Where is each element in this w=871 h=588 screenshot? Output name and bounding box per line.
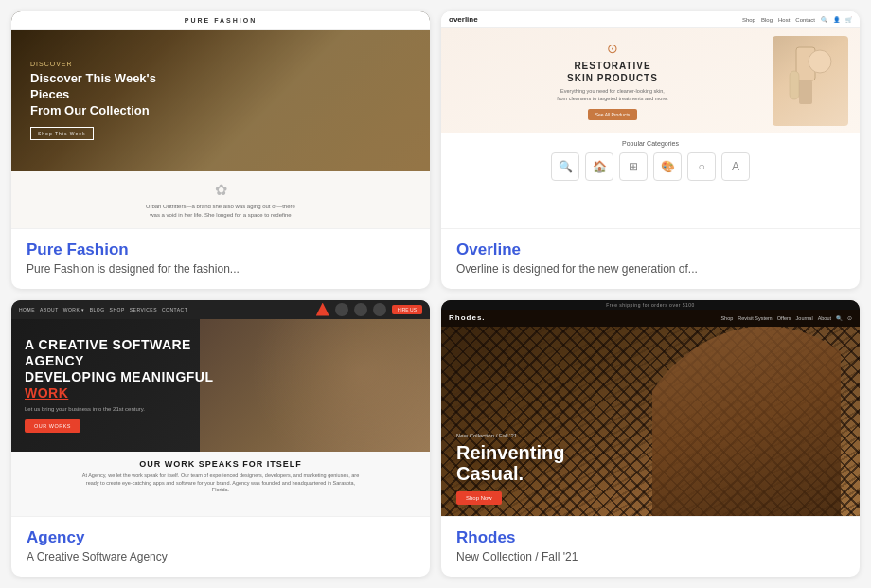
ol-hero-heading: RESTORATIVESKIN PRODUCTS [567, 60, 658, 84]
ag-nav-contact: CONTACT [162, 307, 187, 312]
ag-social-3[interactable] [373, 303, 386, 316]
ag-nav-links: HOME ABOUT WORK ▾ BLOG SHOP SERVICES CON… [19, 307, 307, 312]
ol-nav-shop: Shop [742, 17, 755, 23]
rh-nav-contact: About [818, 315, 831, 321]
ol-brand: overline [449, 15, 478, 24]
ag-hero: A CREATIVE SOFTWARE AGENCY DEVELOPING ME… [11, 319, 430, 453]
pf-title: Pure Fashion [27, 241, 415, 259]
pf-flower-icon: ✿ [215, 181, 227, 199]
ol-cat-art[interactable]: 🎨 [653, 152, 682, 181]
ag-card-info: Agency A Creative Software Agency [11, 516, 430, 577]
pf-second-section: ✿ Urban Outfitters—a brand she also was … [11, 171, 430, 228]
ol-cat-grid[interactable]: ⊞ [619, 152, 648, 181]
ag-heading-highlight: WORK [25, 385, 68, 401]
ol-desc: Overline is designed for the new generat… [456, 262, 844, 276]
rh-nav-shop: Shop [720, 315, 733, 321]
rh-search-icon[interactable]: 🔍 [836, 315, 843, 321]
pf-hero-text: DISCOVER Discover This Week's PiecesFrom… [30, 61, 182, 140]
ol-hero: ⊙ RESTORATIVESKIN PRODUCTS Everything yo… [441, 28, 860, 133]
ol-categories: Popular Categories 🔍 🏠 ⊞ 🎨 ○ A [441, 133, 860, 228]
ag-nav-right: HIRE US [335, 303, 422, 316]
rh-navbar: Rhodes. Shop Revisit System Offers Journ… [441, 310, 860, 327]
rh-title: Rhodes [456, 528, 844, 547]
ag-heading-line2: DEVELOPING MEANINGFUL [25, 369, 213, 384]
ag-nav-services: SERVICES [130, 307, 157, 312]
ol-nav-links: Shop Blog Host Contact 🔍 👤 🛒 [742, 16, 852, 23]
card-pure-fashion[interactable]: PURE FASHION DISCOVER Discover This Week… [11, 11, 430, 289]
ol-nav-contact: Contact [795, 17, 815, 23]
ag-desc: A Creative Software Agency [27, 550, 415, 563]
svg-rect-1 [799, 80, 812, 104]
ol-hero-desc: Everything you need for cleaner-looking … [556, 88, 669, 102]
ol-hero-text: ⊙ RESTORATIVESKIN PRODUCTS Everything yo… [453, 41, 773, 119]
card-agency[interactable]: HOME ABOUT WORK ▾ BLOG SHOP SERVICES CON… [11, 300, 430, 578]
ag-title: Agency [27, 528, 415, 547]
ol-card-info: Overline Overline is designed for the ne… [441, 228, 860, 289]
ol-hero-cta[interactable]: See All Products [588, 109, 638, 120]
ol-cat-title: Popular Categories [451, 140, 850, 147]
ol-cat-home[interactable]: 🏠 [585, 152, 613, 181]
pf-card-info: Pure Fashion Pure Fashion is designed fo… [11, 228, 430, 289]
ol-hero-image [773, 36, 848, 126]
ol-cat-text[interactable]: A [721, 152, 750, 181]
template-grid: PURE FASHION DISCOVER Discover This Week… [0, 0, 871, 588]
ag-nav-about: ABOUT [40, 307, 59, 312]
agency-preview: HOME ABOUT WORK ▾ BLOG SHOP SERVICES CON… [11, 300, 430, 517]
card-overline[interactable]: overline Shop Blog Host Contact 🔍 👤 🛒 ⊙ [441, 11, 860, 289]
pf-desc: Pure Fashion is designed for the fashion… [27, 262, 415, 276]
rh-nav-about: Revisit System [738, 315, 772, 321]
ag-nav-home: HOME [19, 307, 35, 312]
rh-desc: New Collection / Fall '21 [456, 550, 844, 563]
ol-title: Overline [456, 241, 844, 259]
ol-cart-icon[interactable]: 🛒 [845, 16, 852, 23]
rh-card-info: Rhodes New Collection / Fall '21 [441, 516, 860, 577]
rh-nav-icon2[interactable]: ⊙ [847, 315, 852, 321]
ag-hero-bg-right [200, 319, 430, 453]
rh-hero-content: New Collection / Fall '21 ReinventingCas… [456, 433, 564, 505]
ol-nav-host: Host [778, 17, 790, 23]
ag-hero-desc: Let us bring your business into the 21st… [25, 406, 214, 412]
pure-fashion-preview: PURE FASHION DISCOVER Discover This Week… [11, 11, 430, 228]
ol-cat-circle[interactable]: ○ [687, 152, 716, 181]
ag-hero-heading: A CREATIVE SOFTWARE AGENCY DEVELOPING ME… [25, 337, 214, 401]
rh-nav-journal: Journal [796, 315, 813, 321]
ag-hero-cta[interactable]: OUR WORKS [25, 419, 80, 433]
rh-nav-links: Shop Revisit System Offers Journal About… [720, 315, 852, 321]
ag-navbar: HOME ABOUT WORK ▾ BLOG SHOP SERVICES CON… [11, 300, 430, 319]
rh-shop-cta[interactable]: Shop Now [456, 491, 502, 505]
ol-cat-icons: 🔍 🏠 ⊞ 🎨 ○ A [451, 152, 850, 181]
ol-navbar: overline Shop Blog Host Contact 🔍 👤 🛒 [441, 11, 860, 28]
ol-hero-icon: ⊙ [607, 41, 618, 56]
rh-hero: New Collection / Fall '21 ReinventingCas… [441, 327, 860, 517]
pf-hero: DISCOVER Discover This Week's PiecesFrom… [11, 30, 430, 171]
pf-hero-heading: Discover This Week's PiecesFrom Our Coll… [30, 71, 182, 119]
ag-nav-cta[interactable]: HIRE US [392, 305, 422, 314]
ag-second-desc: At Agency, we let the work speak for its… [79, 472, 363, 494]
ag-nav-shop: SHOP [110, 307, 125, 312]
ag-second-section: OUR WORK SPEAKS FOR ITSELF At Agency, we… [11, 452, 430, 516]
card-rhodes[interactable]: Free shipping for orders over $100 Rhode… [441, 300, 860, 578]
rhodes-preview: Free shipping for orders over $100 Rhode… [441, 300, 860, 517]
rh-hero-heading: ReinventingCasual. [456, 442, 564, 484]
svg-point-2 [809, 50, 831, 73]
ag-hero-content: A CREATIVE SOFTWARE AGENCY DEVELOPING ME… [25, 337, 214, 433]
pf-cta[interactable]: Shop This Week [30, 127, 94, 140]
ag-second-heading: OUR WORK SPEAKS FOR ITSELF [139, 459, 302, 469]
ol-cat-search[interactable]: 🔍 [551, 152, 579, 181]
rh-brand: Rhodes. [449, 313, 486, 322]
ag-logo-triangle [316, 303, 329, 316]
pf-tagline: DISCOVER [30, 61, 182, 67]
ol-search-icon[interactable]: 🔍 [821, 16, 827, 23]
rh-topbar: Free shipping for orders over $100 [441, 300, 860, 310]
svg-rect-3 [790, 71, 799, 99]
ag-social-1[interactable] [335, 303, 348, 316]
ag-social-2[interactable] [354, 303, 367, 316]
ol-user-icon[interactable]: 👤 [833, 16, 840, 23]
overline-preview: overline Shop Blog Host Contact 🔍 👤 🛒 ⊙ [441, 11, 860, 228]
pf-navbar: PURE FASHION [11, 11, 430, 30]
ol-nav-blog: Blog [761, 17, 773, 23]
pf-brand: PURE FASHION [185, 17, 258, 24]
rh-collection-label: New Collection / Fall '21 [456, 433, 564, 438]
ag-heading-line1: A CREATIVE SOFTWARE AGENCY [25, 337, 191, 368]
ag-nav-work: WORK ▾ [63, 307, 85, 312]
